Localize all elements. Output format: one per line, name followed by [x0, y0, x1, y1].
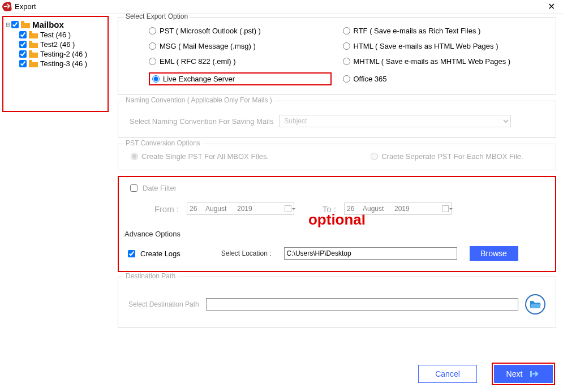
- svg-rect-1: [29, 31, 32, 33]
- export-option-group: Select Export Option PST ( Microsoft Out…: [118, 17, 556, 95]
- radio-rtf[interactable]: RTF ( Save e-mails as Rich Text Files ): [343, 27, 526, 35]
- naming-convention-group: Naming Convention ( Applicable Only For …: [118, 101, 556, 138]
- optional-section: optional Date Filter From : 26 August 20…: [118, 176, 556, 272]
- close-icon[interactable]: ✕: [544, 1, 558, 12]
- radio-separate-pst: Craete Seperate PST For Each MBOX File.: [371, 152, 523, 161]
- radio-eml[interactable]: EML ( RFC 822 (.eml) ): [149, 57, 332, 66]
- naming-label: Select Naming Convention For Saving Mail…: [130, 117, 273, 126]
- item-label: Test (46 ): [40, 31, 71, 39]
- item-label: Testing-2 (46 ): [40, 50, 87, 58]
- date-filter-title: Date Filter: [143, 184, 177, 192]
- tree-item[interactable]: Testing-2 (46 ): [19, 49, 106, 59]
- location-label: Select Location :: [221, 249, 272, 257]
- naming-title: Naming Convention ( Applicable Only For …: [123, 96, 274, 104]
- calendar-dropdown-icon[interactable]: [442, 205, 449, 212]
- radio-office365[interactable]: Office 365: [343, 72, 526, 85]
- browse-folder-icon[interactable]: [525, 294, 545, 315]
- item-label: Test2 (46 ): [40, 40, 75, 49]
- create-logs-checkbox[interactable]: [128, 250, 135, 257]
- from-date-input[interactable]: 26 August 2019: [187, 203, 294, 215]
- destination-label: Select Destination Path: [128, 300, 199, 308]
- item-checkbox[interactable]: [19, 60, 27, 67]
- radio-html[interactable]: HTML ( Save e-mails as HTML Web Pages ): [343, 42, 526, 50]
- calendar-dropdown-icon[interactable]: [285, 205, 291, 212]
- app-icon: [2, 1, 12, 11]
- item-checkbox[interactable]: [19, 41, 27, 48]
- folder-icon: [29, 60, 38, 67]
- root-checkbox[interactable]: [11, 21, 19, 28]
- cancel-button[interactable]: Cancel: [418, 365, 477, 383]
- svg-rect-0: [21, 21, 24, 23]
- radio-single-pst: Create Single PST For All MBOX FIles.: [131, 152, 269, 161]
- tree-root-node[interactable]: ⊟ Mailbox: [5, 19, 106, 30]
- tree-item[interactable]: Test (46 ): [19, 30, 106, 40]
- browse-button[interactable]: Browse: [470, 246, 518, 261]
- from-label: From :: [145, 204, 179, 214]
- destination-title: Destination Path: [123, 272, 178, 280]
- folder-icon: [29, 31, 38, 38]
- root-label: Mailbox: [32, 20, 64, 29]
- pst-conversion-group: PST Conversion Options Create Single PST…: [118, 144, 556, 170]
- radio-msg[interactable]: MSG ( Mail Message (.msg) ): [149, 42, 332, 50]
- destination-group: Destination Path Select Destination Path: [118, 277, 556, 328]
- radio-pst[interactable]: PST ( Microsoft Outlook (.pst) ): [149, 27, 332, 35]
- svg-rect-5: [530, 371, 532, 377]
- radio-mhtml[interactable]: MHTML ( Save e-mails as MHTML Web Pages …: [343, 57, 526, 66]
- expander-icon[interactable]: ⊟: [5, 21, 11, 28]
- tree-item[interactable]: Testing-3 (46 ): [19, 59, 106, 68]
- pst-conv-title: PST Conversion Options: [123, 139, 203, 147]
- naming-select: Subject: [279, 115, 511, 127]
- next-button[interactable]: Next: [494, 365, 553, 383]
- svg-rect-2: [29, 41, 32, 42]
- destination-input: [206, 298, 518, 311]
- item-checkbox[interactable]: [19, 50, 27, 58]
- item-checkbox[interactable]: [19, 31, 27, 38]
- date-filter-checkbox[interactable]: [130, 184, 137, 192]
- radio-live-exchange[interactable]: Live Exchange Server: [149, 72, 332, 85]
- export-option-title: Select Export Option: [123, 14, 190, 20]
- advance-options-title: Advance Options: [124, 230, 552, 238]
- item-label: Testing-3 (46 ): [40, 59, 87, 68]
- svg-rect-3: [29, 50, 32, 52]
- create-logs-checkbox-row[interactable]: Create Logs: [126, 248, 180, 259]
- to-label: To :: [317, 204, 336, 214]
- arrow-right-icon: [530, 369, 540, 378]
- tree-item[interactable]: Test2 (46 ): [19, 40, 106, 49]
- folder-icon: [29, 41, 38, 48]
- location-input[interactable]: [284, 247, 457, 260]
- window-title: Export: [15, 2, 544, 11]
- folder-icon: [21, 21, 30, 28]
- to-date-input[interactable]: 26 August 2019: [344, 203, 452, 215]
- svg-rect-4: [29, 60, 32, 62]
- folder-icon: [29, 50, 38, 58]
- mailbox-tree: ⊟ Mailbox Test (46 ) Test2 (46 ): [2, 16, 109, 112]
